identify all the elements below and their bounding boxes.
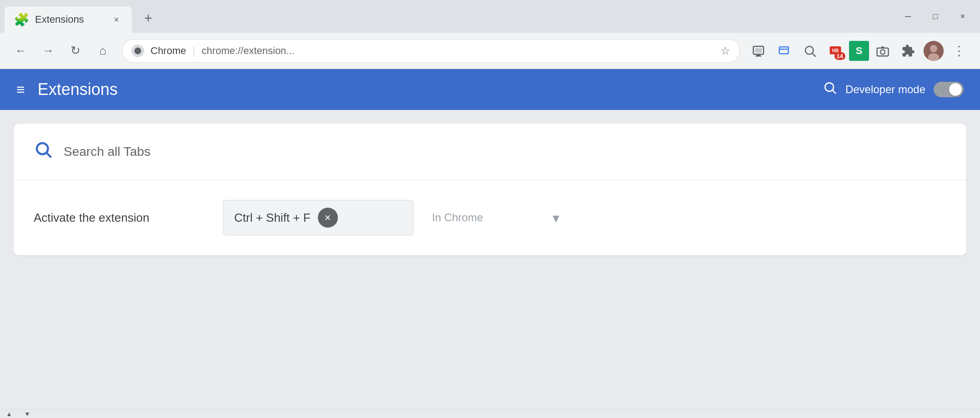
svg-point-14 (930, 45, 937, 52)
close-window-button[interactable]: × (956, 10, 969, 23)
shortcut-input-area: Ctrl + Shift + F × In Chrome ▾ (223, 200, 946, 235)
svg-rect-2 (755, 48, 762, 52)
extensions-toolbar-icon[interactable] (896, 39, 920, 63)
navigation-bar: ← → ↻ ⌂ Chrome | chrome://extension... ☆ (0, 33, 980, 69)
clear-icon: × (325, 211, 331, 224)
refresh-button[interactable]: ↻ (64, 39, 87, 63)
svg-point-12 (880, 50, 885, 54)
page-title: Extensions (38, 80, 823, 99)
extensions-header-bar: ≡ Extensions Developer mode (0, 69, 980, 110)
svg-point-7 (805, 46, 814, 55)
url-divider: | (192, 45, 195, 57)
sidebar-menu-button[interactable]: ≡ (16, 81, 25, 98)
svg-point-18 (37, 143, 48, 154)
new-tab-button[interactable]: + (136, 5, 161, 31)
s-icon[interactable]: S (849, 41, 869, 61)
address-bar[interactable]: Chrome | chrome://extension... ☆ (122, 39, 740, 63)
bookmark-icon[interactable]: ☆ (720, 45, 730, 57)
hamburger-icon: ≡ (16, 81, 25, 98)
svg-line-17 (833, 90, 836, 94)
forward-button[interactable]: → (36, 39, 60, 63)
bottom-scrollbar: ▲ ▼ (0, 409, 980, 418)
tab-title: Extensions (35, 14, 105, 25)
svg-rect-4 (756, 55, 762, 57)
screencapture-icon[interactable] (747, 39, 771, 63)
chevron-down-icon: ▾ (553, 210, 559, 226)
tab-extension-icon: 🧩 (14, 12, 30, 27)
scroll-up-arrow[interactable]: ▲ (0, 409, 18, 418)
shortcut-row: Activate the extension Ctrl + Shift + F … (14, 180, 966, 255)
shortcut-value: Ctrl + Shift + F (234, 211, 311, 225)
developer-mode-area: Developer mode (823, 80, 964, 99)
scope-dropdown[interactable]: In Chrome ▾ (423, 203, 568, 233)
search-extension-icon[interactable] (798, 39, 822, 63)
window-icon[interactable] (773, 39, 796, 63)
svg-point-16 (825, 83, 834, 91)
shortcut-field[interactable]: Ctrl + Shift + F × (223, 200, 414, 235)
avatar (924, 41, 944, 61)
header-search-button[interactable] (823, 80, 837, 99)
search-tabs-label: Search all Tabs (64, 144, 151, 159)
browser-window: 🧩 Extensions × + ─ □ × ← → ↻ ⌂ Chrome | … (0, 0, 980, 418)
tab-close-button[interactable]: × (110, 13, 123, 26)
back-button[interactable]: ← (9, 39, 33, 63)
profile-icon[interactable] (922, 39, 945, 63)
shortcut-description: Activate the extension (34, 211, 206, 225)
maximize-button[interactable]: □ (929, 10, 942, 23)
menu-dots-icon: ⋮ (953, 43, 965, 58)
active-tab[interactable]: 🧩 Extensions × (5, 6, 132, 33)
tab-area: 🧩 Extensions × + (0, 5, 891, 33)
svg-rect-3 (757, 54, 760, 55)
scroll-down-arrow[interactable]: ▼ (18, 409, 36, 418)
toolbar-icons: HB 14 S (747, 39, 971, 63)
main-content: Search all Tabs Activate the extension C… (0, 110, 980, 409)
svg-line-19 (47, 153, 51, 158)
title-bar: 🧩 Extensions × + ─ □ × (0, 0, 980, 33)
svg-point-0 (135, 47, 141, 54)
site-name: Chrome (151, 45, 186, 57)
url-text: chrome://extension... (201, 45, 714, 57)
badged-icon[interactable]: HB 14 (824, 39, 847, 63)
scope-label: In Chrome (432, 211, 547, 224)
badge-count: 14 (834, 52, 845, 60)
clear-shortcut-button[interactable]: × (318, 208, 338, 228)
svg-line-8 (813, 53, 816, 56)
search-tabs-row: Search all Tabs (14, 124, 966, 180)
developer-mode-label: Developer mode (845, 83, 925, 96)
minimize-button[interactable]: ─ (902, 10, 915, 23)
shortcuts-card: Search all Tabs Activate the extension C… (14, 124, 966, 255)
svg-rect-5 (779, 47, 789, 54)
search-tabs-icon (34, 140, 53, 163)
window-controls: ─ □ × (891, 5, 980, 33)
camera-icon[interactable] (871, 39, 895, 63)
home-button[interactable]: ⌂ (91, 39, 115, 63)
toggle-knob (949, 83, 962, 96)
chrome-menu-button[interactable]: ⋮ (947, 39, 971, 63)
site-security-icon (131, 45, 144, 57)
s-label: S (856, 45, 863, 57)
developer-mode-toggle[interactable] (934, 82, 964, 97)
